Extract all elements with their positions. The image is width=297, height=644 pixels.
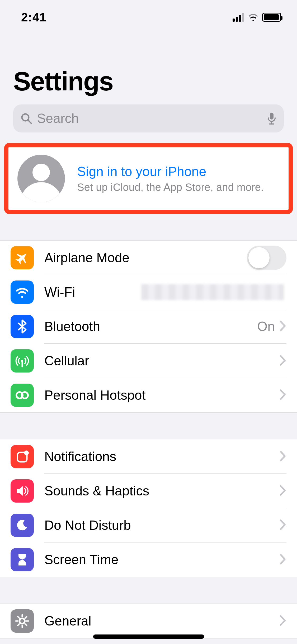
- row-label: Bluetooth: [44, 319, 257, 334]
- svg-rect-2: [270, 113, 274, 119]
- airplane-toggle[interactable]: [247, 246, 286, 270]
- chevron-right-icon: [280, 485, 286, 497]
- dnd-icon: [11, 514, 34, 537]
- row-bluetooth[interactable]: Bluetooth On: [0, 309, 297, 344]
- row-label: Cellular: [44, 353, 280, 369]
- sign-in-title: Sign in to your iPhone: [77, 164, 264, 179]
- row-label: Sounds & Haptics: [44, 483, 280, 499]
- home-indicator[interactable]: [93, 634, 204, 639]
- search-icon: [21, 113, 32, 124]
- notifications-icon: [11, 445, 34, 468]
- settings-group-connectivity: Airplane Mode Wi-Fi Bluetooth On: [0, 240, 297, 413]
- gear-icon: [11, 609, 34, 633]
- chevron-right-icon: [280, 355, 286, 367]
- status-bar: 2:41: [0, 0, 297, 34]
- hotspot-icon: [11, 384, 34, 407]
- chevron-right-icon: [280, 615, 286, 627]
- row-sounds-haptics[interactable]: Sounds & Haptics: [0, 474, 297, 508]
- bluetooth-icon: [11, 315, 34, 338]
- cellular-icon: [11, 349, 34, 372]
- sign-in-subtitle: Set up iCloud, the App Store, and more.: [77, 181, 264, 193]
- wifi-icon: [11, 280, 34, 304]
- sounds-icon: [11, 479, 34, 503]
- svg-line-1: [28, 120, 31, 123]
- row-label: Screen Time: [44, 552, 280, 567]
- chevron-right-icon: [280, 389, 286, 401]
- chevron-right-icon: [280, 554, 286, 566]
- cellular-signal-icon: [233, 13, 244, 22]
- chevron-right-icon: [280, 320, 286, 333]
- settings-group-general: General: [0, 604, 297, 638]
- row-airplane-mode[interactable]: Airplane Mode: [0, 241, 297, 275]
- sign-in-row[interactable]: Sign in to your iPhone Set up iCloud, th…: [4, 143, 293, 214]
- row-notifications[interactable]: Notifications: [0, 439, 297, 474]
- wifi-status-icon: [248, 13, 258, 21]
- row-wifi[interactable]: Wi-Fi: [0, 275, 297, 309]
- wifi-network-redacted: [141, 284, 284, 300]
- svg-point-10: [24, 450, 29, 455]
- row-label: Airplane Mode: [44, 250, 247, 265]
- airplane-icon: [11, 246, 34, 269]
- svg-line-16: [18, 617, 19, 618]
- svg-line-19: [18, 624, 19, 625]
- row-do-not-disturb[interactable]: Do Not Disturb: [0, 508, 297, 542]
- svg-line-17: [25, 624, 27, 625]
- battery-icon: [262, 13, 281, 22]
- row-cellular[interactable]: Cellular: [0, 344, 297, 378]
- screen-time-icon: [11, 548, 34, 571]
- page-title: Settings: [13, 66, 284, 96]
- row-label: Do Not Disturb: [44, 518, 280, 533]
- status-time: 2:41: [21, 10, 46, 24]
- row-label: General: [44, 613, 280, 629]
- row-screen-time[interactable]: Screen Time: [0, 542, 297, 577]
- chevron-right-icon: [280, 450, 286, 463]
- microphone-icon[interactable]: [267, 112, 276, 125]
- svg-line-18: [25, 617, 27, 618]
- search-field[interactable]: [13, 104, 284, 132]
- svg-point-11: [20, 618, 25, 624]
- row-personal-hotspot[interactable]: Personal Hotspot: [0, 378, 297, 412]
- avatar-icon: [17, 155, 65, 202]
- search-input[interactable]: [37, 111, 262, 126]
- settings-group-alerts: Notifications Sounds & Haptics: [0, 439, 297, 577]
- row-label: Wi-Fi: [44, 284, 141, 300]
- bluetooth-value: On: [257, 319, 275, 334]
- chevron-right-icon: [280, 519, 286, 531]
- row-label: Notifications: [44, 449, 280, 464]
- row-label: Personal Hotspot: [44, 388, 280, 403]
- status-icons: [233, 13, 281, 22]
- row-general[interactable]: General: [0, 604, 297, 638]
